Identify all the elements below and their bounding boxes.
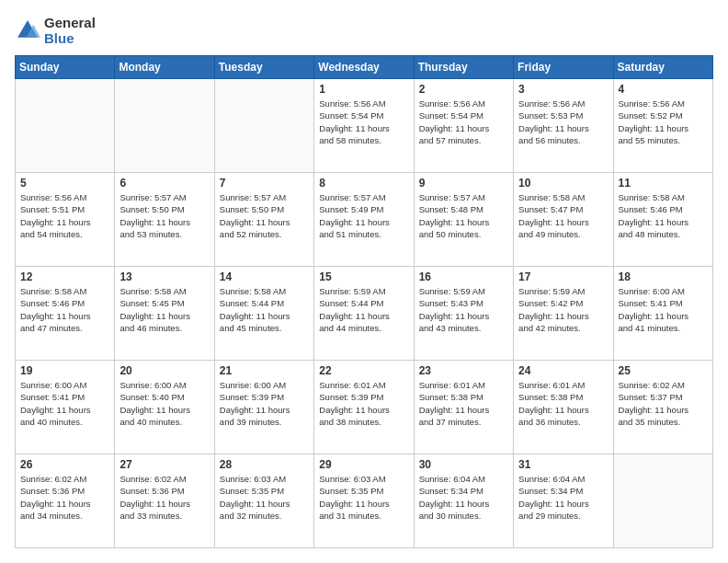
calendar-cell: 21Sunrise: 6:00 AM Sunset: 5:39 PM Dayli… bbox=[214, 361, 313, 454]
weekday-header: Saturday bbox=[613, 56, 712, 79]
cell-sun-info: Sunrise: 5:59 AM Sunset: 5:43 PM Dayligh… bbox=[419, 285, 508, 334]
day-number: 13 bbox=[119, 270, 209, 283]
calendar-week-row: 19Sunrise: 6:00 AM Sunset: 5:41 PM Dayli… bbox=[16, 361, 713, 454]
calendar-cell: 4Sunrise: 5:56 AM Sunset: 5:52 PM Daylig… bbox=[613, 79, 712, 173]
day-number: 5 bbox=[20, 177, 109, 190]
cell-sun-info: Sunrise: 6:00 AM Sunset: 5:40 PM Dayligh… bbox=[119, 379, 209, 428]
cell-sun-info: Sunrise: 6:01 AM Sunset: 5:38 PM Dayligh… bbox=[518, 379, 608, 428]
cell-sun-info: Sunrise: 6:02 AM Sunset: 5:36 PM Dayligh… bbox=[20, 473, 109, 522]
calendar-week-row: 5Sunrise: 5:56 AM Sunset: 5:51 PM Daylig… bbox=[16, 173, 713, 267]
day-number: 22 bbox=[319, 364, 408, 377]
cell-sun-info: Sunrise: 5:58 AM Sunset: 5:47 PM Dayligh… bbox=[518, 191, 608, 240]
cell-sun-info: Sunrise: 5:57 AM Sunset: 5:50 PM Dayligh… bbox=[119, 191, 209, 240]
calendar-week-row: 12Sunrise: 5:58 AM Sunset: 5:46 PM Dayli… bbox=[16, 267, 713, 361]
day-number: 14 bbox=[220, 270, 309, 283]
calendar-cell: 5Sunrise: 5:56 AM Sunset: 5:51 PM Daylig… bbox=[16, 173, 115, 267]
cell-sun-info: Sunrise: 6:02 AM Sunset: 5:36 PM Dayligh… bbox=[119, 473, 209, 522]
calendar-cell: 16Sunrise: 5:59 AM Sunset: 5:43 PM Dayli… bbox=[414, 267, 513, 361]
day-number: 2 bbox=[419, 83, 508, 96]
calendar-cell: 31Sunrise: 6:04 AM Sunset: 5:34 PM Dayli… bbox=[514, 454, 613, 548]
calendar-week-row: 26Sunrise: 6:02 AM Sunset: 5:36 PM Dayli… bbox=[16, 454, 713, 548]
calendar-cell: 14Sunrise: 5:58 AM Sunset: 5:44 PM Dayli… bbox=[214, 267, 313, 361]
calendar-table: SundayMondayTuesdayWednesdayThursdayFrid… bbox=[15, 55, 713, 548]
day-number: 10 bbox=[518, 177, 608, 190]
calendar-cell: 13Sunrise: 5:58 AM Sunset: 5:45 PM Dayli… bbox=[115, 267, 214, 361]
calendar-cell: 24Sunrise: 6:01 AM Sunset: 5:38 PM Dayli… bbox=[514, 361, 613, 454]
day-number: 27 bbox=[119, 458, 209, 471]
day-number: 18 bbox=[619, 270, 708, 283]
calendar-header-row: SundayMondayTuesdayWednesdayThursdayFrid… bbox=[16, 56, 713, 79]
cell-sun-info: Sunrise: 6:00 AM Sunset: 5:39 PM Dayligh… bbox=[220, 379, 309, 428]
cell-sun-info: Sunrise: 5:58 AM Sunset: 5:46 PM Dayligh… bbox=[20, 285, 109, 334]
cell-sun-info: Sunrise: 6:00 AM Sunset: 5:41 PM Dayligh… bbox=[20, 379, 109, 428]
calendar-cell: 22Sunrise: 6:01 AM Sunset: 5:39 PM Dayli… bbox=[314, 361, 414, 454]
day-number: 29 bbox=[319, 458, 408, 471]
day-number: 8 bbox=[319, 177, 408, 190]
day-number: 31 bbox=[518, 458, 608, 471]
cell-sun-info: Sunrise: 5:56 AM Sunset: 5:51 PM Dayligh… bbox=[20, 191, 109, 240]
calendar-cell: 10Sunrise: 5:58 AM Sunset: 5:47 PM Dayli… bbox=[514, 173, 613, 267]
calendar-cell: 23Sunrise: 6:01 AM Sunset: 5:38 PM Dayli… bbox=[414, 361, 513, 454]
day-number: 6 bbox=[119, 177, 209, 190]
calendar-cell: 20Sunrise: 6:00 AM Sunset: 5:40 PM Dayli… bbox=[115, 361, 214, 454]
cell-sun-info: Sunrise: 5:56 AM Sunset: 5:52 PM Dayligh… bbox=[619, 98, 708, 146]
day-number: 19 bbox=[20, 364, 109, 377]
cell-sun-info: Sunrise: 5:59 AM Sunset: 5:42 PM Dayligh… bbox=[518, 285, 608, 334]
calendar-cell: 17Sunrise: 5:59 AM Sunset: 5:42 PM Dayli… bbox=[514, 267, 613, 361]
weekday-header: Sunday bbox=[16, 56, 115, 79]
calendar-cell: 27Sunrise: 6:02 AM Sunset: 5:36 PM Dayli… bbox=[115, 454, 214, 548]
weekday-header: Tuesday bbox=[214, 56, 313, 79]
day-number: 7 bbox=[220, 177, 309, 190]
cell-sun-info: Sunrise: 6:01 AM Sunset: 5:38 PM Dayligh… bbox=[419, 379, 508, 428]
weekday-header: Monday bbox=[115, 56, 214, 79]
calendar-cell: 1Sunrise: 5:56 AM Sunset: 5:54 PM Daylig… bbox=[314, 79, 414, 173]
cell-sun-info: Sunrise: 5:58 AM Sunset: 5:45 PM Dayligh… bbox=[119, 285, 209, 334]
calendar-cell: 25Sunrise: 6:02 AM Sunset: 5:37 PM Dayli… bbox=[613, 361, 712, 454]
day-number: 11 bbox=[619, 177, 708, 190]
day-number: 21 bbox=[220, 364, 309, 377]
cell-sun-info: Sunrise: 5:57 AM Sunset: 5:50 PM Dayligh… bbox=[220, 191, 309, 240]
weekday-header: Thursday bbox=[414, 56, 513, 79]
calendar-week-row: 1Sunrise: 5:56 AM Sunset: 5:54 PM Daylig… bbox=[16, 79, 713, 173]
calendar-cell: 11Sunrise: 5:58 AM Sunset: 5:46 PM Dayli… bbox=[613, 173, 712, 267]
cell-sun-info: Sunrise: 5:57 AM Sunset: 5:48 PM Dayligh… bbox=[419, 191, 508, 240]
weekday-header: Wednesday bbox=[314, 56, 414, 79]
calendar-cell: 6Sunrise: 5:57 AM Sunset: 5:50 PM Daylig… bbox=[115, 173, 214, 267]
calendar-cell: 12Sunrise: 5:58 AM Sunset: 5:46 PM Dayli… bbox=[16, 267, 115, 361]
calendar-cell: 2Sunrise: 5:56 AM Sunset: 5:54 PM Daylig… bbox=[414, 79, 513, 173]
cell-sun-info: Sunrise: 5:58 AM Sunset: 5:44 PM Dayligh… bbox=[220, 285, 309, 334]
calendar-cell bbox=[214, 79, 313, 173]
day-number: 17 bbox=[518, 270, 608, 283]
day-number: 1 bbox=[319, 83, 408, 96]
cell-sun-info: Sunrise: 5:57 AM Sunset: 5:49 PM Dayligh… bbox=[319, 191, 408, 240]
cell-sun-info: Sunrise: 5:56 AM Sunset: 5:54 PM Dayligh… bbox=[419, 98, 508, 146]
day-number: 15 bbox=[319, 270, 408, 283]
calendar-cell: 18Sunrise: 6:00 AM Sunset: 5:41 PM Dayli… bbox=[613, 267, 712, 361]
cell-sun-info: Sunrise: 6:03 AM Sunset: 5:35 PM Dayligh… bbox=[319, 473, 408, 522]
day-number: 30 bbox=[419, 458, 508, 471]
calendar-cell bbox=[115, 79, 214, 173]
calendar-cell: 30Sunrise: 6:04 AM Sunset: 5:34 PM Dayli… bbox=[414, 454, 513, 548]
day-number: 26 bbox=[20, 458, 109, 471]
day-number: 9 bbox=[419, 177, 508, 190]
day-number: 25 bbox=[619, 364, 708, 377]
logo: General Blue bbox=[15, 15, 96, 46]
cell-sun-info: Sunrise: 6:04 AM Sunset: 5:34 PM Dayligh… bbox=[518, 473, 608, 522]
day-number: 12 bbox=[20, 270, 109, 283]
calendar-cell: 26Sunrise: 6:02 AM Sunset: 5:36 PM Dayli… bbox=[16, 454, 115, 548]
cell-sun-info: Sunrise: 5:59 AM Sunset: 5:44 PM Dayligh… bbox=[319, 285, 408, 334]
calendar-cell: 19Sunrise: 6:00 AM Sunset: 5:41 PM Dayli… bbox=[16, 361, 115, 454]
logo-icon bbox=[15, 17, 40, 43]
cell-sun-info: Sunrise: 6:01 AM Sunset: 5:39 PM Dayligh… bbox=[319, 379, 408, 428]
day-number: 23 bbox=[419, 364, 508, 377]
day-number: 3 bbox=[518, 83, 608, 96]
calendar-cell bbox=[613, 454, 712, 548]
day-number: 20 bbox=[119, 364, 209, 377]
calendar-cell: 8Sunrise: 5:57 AM Sunset: 5:49 PM Daylig… bbox=[314, 173, 414, 267]
calendar-cell: 29Sunrise: 6:03 AM Sunset: 5:35 PM Dayli… bbox=[314, 454, 414, 548]
page: General Blue SundayMondayTuesdayWednesda… bbox=[0, 0, 728, 563]
day-number: 28 bbox=[220, 458, 309, 471]
calendar-cell: 3Sunrise: 5:56 AM Sunset: 5:53 PM Daylig… bbox=[514, 79, 613, 173]
cell-sun-info: Sunrise: 6:00 AM Sunset: 5:41 PM Dayligh… bbox=[619, 285, 708, 334]
cell-sun-info: Sunrise: 6:03 AM Sunset: 5:35 PM Dayligh… bbox=[220, 473, 309, 522]
